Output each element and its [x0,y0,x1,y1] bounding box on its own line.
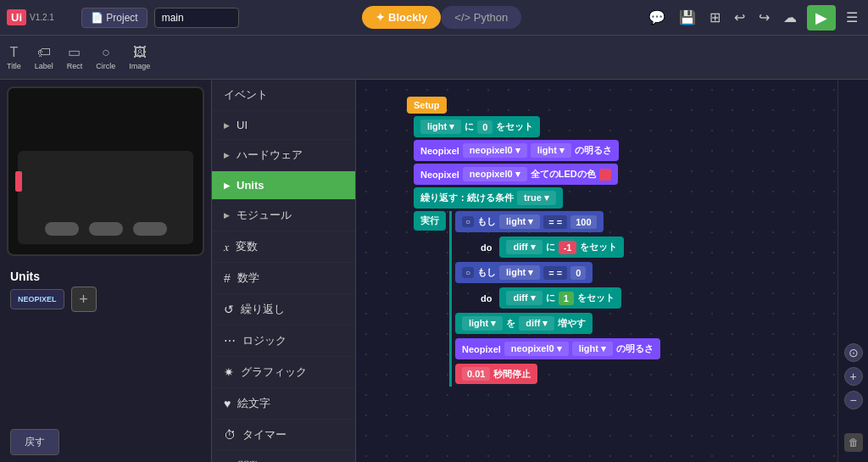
filename-input[interactable] [154,8,239,28]
if2-light-dropdown[interactable]: light ▾ [499,265,540,280]
add-unit-button[interactable]: + [71,287,97,312]
loop-label: 繰り返し [241,302,285,317]
tool-image[interactable]: 🖼 Image [129,45,150,70]
neo-label-1: Neopixel [420,146,459,156]
val-neg1[interactable]: -1 [559,241,577,254]
set-light-block[interactable]: light ▾ に 0 をセット [414,116,540,137]
undo-icon-btn[interactable]: ↩ [731,6,748,29]
inc-light-dropdown[interactable]: light ▾ [462,316,503,331]
eq-dropdown-2[interactable]: = = [543,266,567,280]
zoom-reset-btn[interactable]: ⊙ [844,343,863,362]
trash-btn[interactable]: 🗑 [844,433,863,452]
sidebar-item-hardware[interactable]: ハードウェア [212,140,355,171]
center-tabs: ✦ Blockly </> Python [246,6,638,29]
preview-slider-2 [89,222,123,236]
tool-rect[interactable]: ▭ Rect [67,44,83,70]
back-button[interactable]: 戻す [10,429,59,455]
sidebar-item-graphic[interactable]: ✷ グラフィック [212,357,355,388]
set-diff-1-block[interactable]: diff ▾ に 1 をセット [499,287,620,309]
sidebar-item-event[interactable]: イベント [212,80,355,111]
light-dropdown-2[interactable]: light ▾ [531,143,571,158]
neopixel-brightness-2[interactable]: Neopixel neopixel0 ▾ light ▾ の明るさ [455,338,660,359]
tool-rect-label: Rect [67,62,83,70]
logic-icon: ⋯ [224,334,236,348]
units-cat-label: Units [236,179,264,192]
neopixel-brightness-1[interactable]: Neopixel neopixel0 ▾ light ▾ の明るさ [414,140,619,161]
cloud-icon-btn[interactable]: ☁ [780,6,800,29]
bottom-btn: 戻す [0,422,211,462]
blocks-container[interactable]: Setup light ▾ に 0 をセット Neopixel neopixel… [407,97,660,387]
tool-image-label: Image [129,62,150,70]
zoom-out-btn[interactable]: − [844,391,863,409]
sidebar-item-logic[interactable]: ⋯ ロジック [212,326,355,357]
exec-label-block: 実行 [414,211,446,231]
diff-dropdown-1[interactable]: diff ▾ [506,240,542,254]
if-block-2[interactable]: ○ もし light ▾ = = 0 [455,262,593,283]
sidebar-item-module[interactable]: モジュール [212,200,355,231]
neo0-dropdown-1[interactable]: neopixel0 ▾ [463,143,527,158]
sidebar-item-emoji[interactable]: ♥ 絵文字 [212,388,355,420]
tool-label[interactable]: 🏷 Label [35,45,53,70]
neo0-dropdown-2[interactable]: neopixel0 ▾ [463,167,527,181]
module-label: モジュール [236,208,292,223]
tool-circle[interactable]: ○ Circle [96,45,115,70]
rect-icon: ▭ [68,44,81,60]
val-1[interactable]: 1 [559,292,574,305]
light-dropdown-3[interactable]: light ▾ [572,342,613,356]
sidebar-item-ui[interactable]: UI [212,111,355,140]
logic-label: ロジック [242,333,287,348]
setup-block[interactable]: Setup [407,97,447,114]
color-swatch-red[interactable] [599,169,611,181]
light-dropdown-1[interactable]: light ▾ [420,120,461,134]
repeat-while-block[interactable]: 繰り返す：続ける条件 true ▾ [414,187,563,209]
neopixel-unit-chip[interactable]: NEOPIXEL [10,289,64,309]
set-diff-neg1-block[interactable]: diff ▾ に -1 をセット [499,237,624,258]
tool-title[interactable]: T Title [7,45,21,70]
tab-blockly[interactable]: ✦ Blockly [362,6,441,29]
if-block-1[interactable]: ○ もし light ▾ = = 100 [455,211,604,232]
val-0b[interactable]: 0 [570,266,586,280]
version-text: V1.2.1 [30,13,54,22]
sidebar-item-loop[interactable]: ↺ 繰り返し [212,294,355,326]
canvas-area: Setup light ▾ に 0 をセット Neopixel neopixel… [356,80,868,462]
neopixel-all-color[interactable]: Neopixel neopixel0 ▾ 全てのLEDの色 [414,164,618,185]
neo-label-2: Neopixel [420,170,459,180]
sidebar-item-units[interactable]: Units [212,171,355,200]
neo-label-3: Neopixel [462,344,501,354]
menu-icon-btn[interactable]: ☰ [843,6,861,29]
save-icon-btn[interactable]: 💾 [676,6,699,29]
sleep-block[interactable]: 0.01 秒間停止 [455,364,537,384]
timer-icon: ⏱ [224,428,236,442]
sleep-val[interactable]: 0.01 [462,367,490,381]
timer-label: タイマー [242,427,287,443]
inc-light-block[interactable]: light ▾ を diff ▾ 増やす [455,313,593,334]
redo-icon-btn[interactable]: ↪ [755,6,773,29]
diff-dropdown-2[interactable]: diff ▾ [506,291,542,305]
tab-python[interactable]: </> Python [441,6,521,29]
grid-icon-btn[interactable]: ⊞ [706,6,724,29]
tool-circle-label: Circle [96,62,115,70]
preview-area [7,86,204,256]
sidebar-item-var[interactable]: 𝑥 変数 [212,231,355,263]
neo0-dropdown-3[interactable]: neopixel0 ▾ [504,342,569,356]
sidebar-item-func[interactable]: Σ 関数 [212,451,355,462]
sidebar-item-timer[interactable]: ⏱ タイマー [212,420,355,451]
hardware-label: ハードウェア [236,148,303,163]
left-panel: Units NEOPIXEL + 戻す [0,80,212,462]
val-0[interactable]: 0 [477,120,492,134]
zoom-in-btn[interactable]: + [844,367,863,386]
project-button[interactable]: 📄 Project [81,8,147,28]
play-button[interactable]: ▶ [807,5,836,31]
true-dropdown[interactable]: true ▾ [517,191,556,205]
red-dot [15,171,22,192]
eq-dropdown-1[interactable]: = = [543,215,567,229]
chat-icon-btn[interactable]: 💬 [645,6,669,29]
preview-slider-1 [45,222,79,236]
val-100[interactable]: 100 [570,215,596,229]
inc-diff-dropdown[interactable]: diff ▾ [519,316,554,331]
sidebar-item-math[interactable]: # 数学 [212,263,355,294]
math-label: 数学 [237,270,259,286]
right-icons: 💬 💾 ⊞ ↩ ↪ ☁ ▶ ☰ [645,5,861,31]
toolrow: T Title 🏷 Label ▭ Rect ○ Circle 🖼 Image [0,36,868,80]
if1-light-dropdown[interactable]: light ▾ [499,214,540,229]
